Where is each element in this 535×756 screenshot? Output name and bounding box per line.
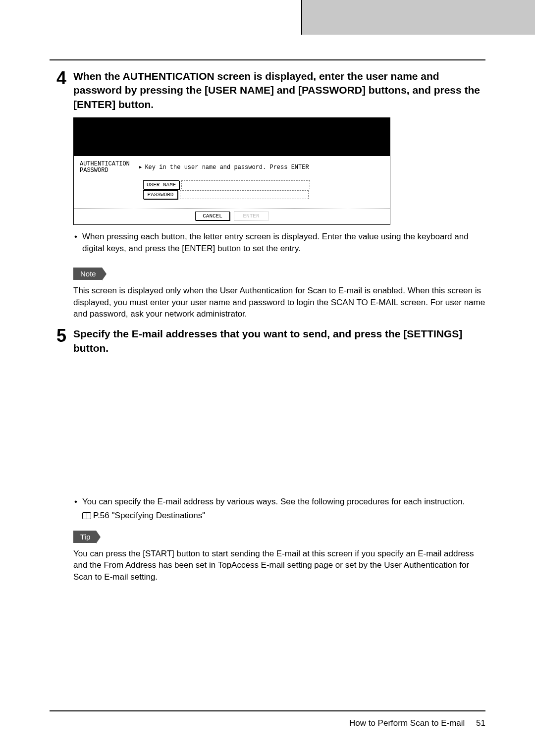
password-input[interactable]	[180, 190, 309, 199]
header-grey-block	[302, 0, 535, 35]
page-content: 4 When the AUTHENTICATION screen is disp…	[50, 59, 485, 585]
step-number: 4	[50, 69, 66, 320]
enter-button[interactable]: ENTER	[234, 212, 268, 220]
step4-bullets: When pressing each button, the letter en…	[73, 231, 485, 255]
auth-screen-label: AUTHENTICATION PASSWORD	[80, 161, 139, 173]
note-text: This screen is displayed only when the U…	[73, 285, 485, 320]
user-name-button[interactable]: USER NAME	[143, 180, 179, 189]
list-item: When pressing each button, the letter en…	[82, 231, 485, 255]
screenshot-titlebar	[73, 117, 390, 156]
cancel-button[interactable]: CANCEL	[195, 212, 230, 220]
book-icon	[82, 512, 91, 519]
step-body: When the AUTHENTICATION screen is displa…	[73, 69, 485, 320]
step-number: 5	[50, 327, 66, 583]
user-name-input[interactable]	[181, 180, 310, 189]
step-4: 4 When the AUTHENTICATION screen is disp…	[50, 69, 485, 320]
page-footer: How to Perform Scan to E-mail 51	[50, 710, 485, 728]
password-button[interactable]: PASSWORD	[143, 190, 178, 199]
rule-top	[50, 59, 485, 60]
footer-title: How to Perform Scan to E-mail	[349, 718, 465, 728]
auth-prompt: Key in the user name and password. Press…	[139, 161, 309, 173]
note-badge: Note	[73, 268, 102, 280]
auth-screenshot: AUTHENTICATION PASSWORD Key in the user …	[73, 117, 390, 225]
screenshot-body: AUTHENTICATION PASSWORD Key in the user …	[73, 156, 390, 225]
rule-bottom	[50, 710, 485, 711]
screenshot-placeholder	[73, 359, 485, 493]
step-heading: Specify the E-mail addresses that you wa…	[73, 327, 485, 355]
page-number: 51	[476, 718, 485, 728]
step-body: Specify the E-mail addresses that you wa…	[73, 327, 485, 583]
ref-text: P.56 "Specifying Destinations"	[93, 511, 205, 520]
tip-badge: Tip	[73, 531, 96, 543]
tip-text: You can press the [START] button to star…	[73, 548, 485, 583]
list-item: You can specify the E-mail address by va…	[82, 496, 485, 508]
step-5: 5 Specify the E-mail addresses that you …	[50, 327, 485, 583]
cross-reference: P.56 "Specifying Destinations"	[82, 511, 485, 521]
step-heading: When the AUTHENTICATION screen is displa…	[73, 69, 485, 111]
step5-bullets: You can specify the E-mail address by va…	[73, 496, 485, 508]
